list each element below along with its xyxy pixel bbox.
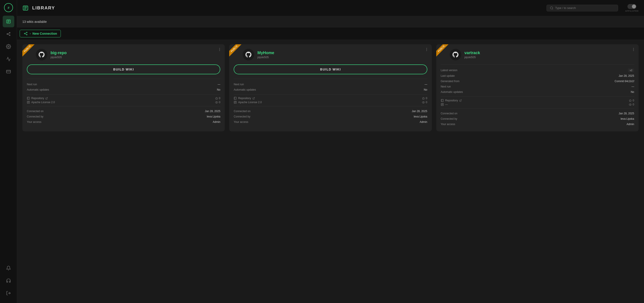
stars-info: 0 <box>422 97 427 100</box>
svg-point-22 <box>26 32 27 33</box>
svg-line-25 <box>25 34 26 34</box>
automatic-updates-label: Automatic updates <box>441 90 463 94</box>
connected-on-value: Jan 28, 2025 <box>205 110 220 113</box>
connected-by-label: Connected by <box>234 115 250 118</box>
nav-item-new-connection[interactable]: › New Connection <box>20 30 61 37</box>
connected-by-label: Connected by <box>441 117 457 120</box>
connected-by-value: Ieva Lipska <box>207 115 220 118</box>
repository-label: Repository <box>238 97 251 100</box>
eye-icon <box>629 103 632 106</box>
build-wiki-button[interactable]: BUILD WIKI <box>234 65 427 74</box>
svg-line-24 <box>25 33 26 33</box>
header-library-icon <box>22 5 28 11</box>
card-owner: pipski505 <box>50 56 67 59</box>
eye-icon <box>422 101 425 104</box>
repository-link[interactable]: Repository <box>441 99 462 102</box>
card-links: Repository 0 Apache License 2.0 0 <box>234 94 427 104</box>
nav-new-connection-label: New Connection <box>32 32 57 35</box>
connected-on-row: Connected on Jan 28, 2025 <box>27 109 220 114</box>
last-update-value: Jan 28, 2025 <box>619 74 634 77</box>
repository-icon <box>27 97 30 100</box>
views-info: 0 <box>215 101 220 104</box>
card-myhome: PUBLIC MyHome pipski505 BUILD WIKI <box>229 44 432 131</box>
repository-row: Repository 0 <box>27 97 220 100</box>
cards-grid: PUBLIC big-repo pipski505 BUILD WIKI <box>22 44 639 131</box>
svg-point-7 <box>9 33 10 33</box>
card-links: Repository 0 — 0 <box>441 96 634 106</box>
card-generated-from-row: Generated from Commit 64c1b1f <box>441 79 634 84</box>
generated-from-value: Commit 64c1b1f <box>615 80 634 83</box>
svg-point-50 <box>633 48 634 49</box>
card-auto-updates-row: Automatic updates No <box>27 87 220 92</box>
generated-from-label: Generated from <box>441 80 460 83</box>
affiliated-thumb <box>632 5 636 9</box>
your-access-label: Your access <box>27 120 41 124</box>
views-info: 0 <box>629 103 634 106</box>
app-logo[interactable]: // <box>3 2 14 13</box>
sidebar-item-connections[interactable] <box>3 28 14 40</box>
automatic-updates-value: No <box>631 90 634 94</box>
page-title: LIBRARY <box>32 5 55 11</box>
connected-on-row: Connected on Jan 28, 2025 <box>441 111 634 116</box>
views-count: 0 <box>426 101 427 104</box>
license-info: Apache License 2.0 <box>27 101 55 104</box>
connected-on-label: Connected on <box>234 110 250 113</box>
license-info: — <box>441 103 448 106</box>
next-run-label: Next run <box>234 83 244 86</box>
svg-rect-41 <box>234 97 236 100</box>
svg-line-20 <box>552 9 553 10</box>
sidebar-item-support[interactable] <box>3 275 14 286</box>
repository-label: Repository <box>31 97 44 100</box>
card-info: Next run — Automatic updates No <box>234 79 427 92</box>
stars-count: 0 <box>219 97 220 100</box>
next-run-label: Next run <box>27 83 37 86</box>
svg-point-51 <box>633 49 634 50</box>
svg-point-39 <box>426 49 427 50</box>
repository-link[interactable]: Repository <box>234 97 255 100</box>
svg-line-10 <box>8 34 9 35</box>
svg-marker-32 <box>215 97 218 99</box>
sidebar-item-settings[interactable] <box>3 41 14 52</box>
repository-icon <box>441 99 444 102</box>
sidebar-item-library[interactable] <box>3 16 14 27</box>
wikis-count: 13 wikis available <box>22 20 47 24</box>
search-input[interactable] <box>555 6 615 10</box>
build-wiki-button[interactable]: BUILD WIKI <box>27 65 220 74</box>
connected-by-label: Connected by <box>27 115 44 118</box>
repository-row: Repository 0 <box>441 99 634 102</box>
card-menu-icon[interactable] <box>632 48 636 53</box>
sidebar-item-analytics[interactable] <box>3 53 14 65</box>
card-title-area: big-repo pipski505 <box>50 51 67 59</box>
affiliated-toggle[interactable]: AFFILIATED <box>625 4 639 12</box>
repository-label: Repository <box>445 99 458 102</box>
svg-line-31 <box>46 97 48 99</box>
search-icon <box>550 6 554 10</box>
affiliated-track[interactable] <box>628 4 636 9</box>
public-badge: PUBLIC <box>229 44 245 60</box>
svg-point-19 <box>550 7 553 9</box>
card-next-run-row: Next run — <box>441 84 634 89</box>
card-title: MyHome <box>258 51 274 55</box>
svg-rect-29 <box>27 97 30 100</box>
repository-row: Repository 0 <box>234 97 427 100</box>
your-access-value: Admin <box>420 120 427 124</box>
sidebar-item-logout[interactable] <box>3 287 14 299</box>
card-connected-section: Connected on Jan 28, 2025 Connected by I… <box>27 106 220 125</box>
sidebar-item-card[interactable] <box>3 66 14 77</box>
card-title-area: MyHome pipski505 <box>258 51 274 59</box>
main-content: LIBRARY AFFILIATED 13 wikis available <box>17 0 644 303</box>
search-box[interactable] <box>546 5 618 12</box>
card-menu-icon[interactable] <box>425 48 429 53</box>
repository-link[interactable]: Repository <box>27 97 48 100</box>
latest-version-label: Latest version <box>441 69 458 72</box>
sidebar-item-notifications[interactable] <box>3 262 14 274</box>
svg-point-38 <box>426 48 427 49</box>
your-access-label: Your access <box>234 120 248 124</box>
card-owner: pipski505 <box>258 56 274 59</box>
card-auto-updates-row: Automatic updates No <box>234 87 427 92</box>
svg-point-49 <box>423 102 424 103</box>
last-update-label: Last update <box>441 74 455 77</box>
affiliated-label: AFFILIATED <box>625 10 639 12</box>
card-menu-icon[interactable] <box>218 48 222 53</box>
next-run-value: — <box>218 83 220 86</box>
